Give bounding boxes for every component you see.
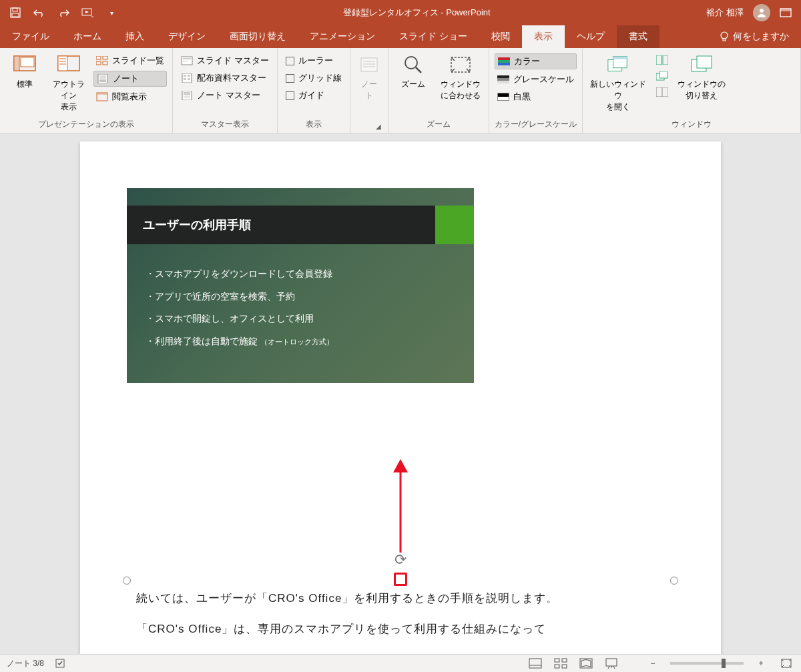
notes-page-button[interactable]: ノート [93,71,167,87]
switch-windows-icon [690,53,713,76]
status-bar: ノート 3/8 − + [0,654,801,672]
tab-view[interactable]: 表示 [522,25,565,48]
move-split-button[interactable] [653,85,671,99]
zoom-out-icon[interactable]: − [645,657,661,670]
redo-icon[interactable] [57,7,69,19]
page-indicator[interactable]: ノート 3/8 [7,658,44,669]
customize-qat-icon[interactable]: ▾ [105,7,117,19]
svg-rect-50 [663,55,668,65]
tab-transitions[interactable]: 画面切り替え [218,25,298,48]
notes-text[interactable]: 続いては、ユーザーが「CRO's Office」を利用するときの手順を説明します… [127,581,674,647]
switch-windows-button[interactable]: ウィンドウの 切り替え [676,51,727,101]
tab-help[interactable]: ヘルプ [565,25,617,48]
notes-master-icon [181,90,193,101]
slide-bullet: アプリで近所の空室を検索、予約 [146,286,455,308]
ribbon-display-options-icon[interactable] [780,8,792,17]
lightbulb-icon [720,31,729,42]
tell-me-search[interactable]: 何をしますか [712,31,801,48]
svg-rect-29 [183,61,188,61]
tab-home[interactable]: ホーム [61,25,113,48]
slide-sorter-view-icon[interactable] [553,657,569,670]
grayscale-swatch-icon [497,75,509,83]
resize-handle-top-icon[interactable] [394,573,407,586]
svg-rect-2 [12,13,19,17]
handout-master-icon [181,73,193,83]
split-icon [656,87,668,97]
dialog-launcher-icon[interactable]: ◢ [376,123,381,130]
spellcheck-icon[interactable] [53,657,69,670]
window-title: 登録型レンタルオフィス - PowerPoint [127,7,706,19]
slide-thumbnail[interactable]: ユーザーの利用手順 スマホアプリをダウンロードして会員登録 アプリで近所の空室を… [127,188,474,383]
title-bar: ▾ 登録型レンタルオフィス - PowerPoint 裕介 相澤 [0,0,801,25]
slide-body: スマホアプリをダウンロードして会員登録 アプリで近所の空室を検索、予約 スマホで… [146,263,455,352]
svg-rect-22 [99,75,106,79]
rotate-handle-icon[interactable]: ⟳ [394,551,407,569]
window-small-buttons [653,51,671,99]
tab-insert[interactable]: 挿入 [113,25,156,48]
svg-rect-11 [21,57,34,67]
resize-handle-icon[interactable] [670,577,678,585]
start-from-beginning-icon[interactable] [81,7,93,19]
reading-view-icon [96,91,108,102]
fit-to-window-icon[interactable] [778,657,794,670]
svg-rect-13 [58,56,67,71]
reading-view-button[interactable]: 閲覧表示 [93,89,167,104]
undo-icon[interactable] [33,7,45,19]
tab-review[interactable]: 校閲 [479,25,522,48]
normal-view-icon [13,53,36,76]
zoom-slider[interactable] [670,662,744,665]
outline-view-icon [57,53,80,76]
ribbon-view: 標準 アウトライン 表示 スライド一覧 ノート 閲覧表示 プレゼンテーションの表… [0,48,801,133]
color-button[interactable]: カラー [495,53,577,69]
zoom-in-icon[interactable]: + [753,657,769,670]
svg-rect-28 [183,58,191,59]
normal-view-icon[interactable] [527,657,543,670]
svg-rect-52 [659,71,668,78]
resize-handle-icon[interactable] [123,577,131,585]
svg-rect-8 [723,39,726,41]
svg-rect-1 [13,8,17,11]
new-window-icon [607,53,629,76]
arrange-icon [656,55,668,65]
handout-master-button[interactable]: 配布資料マスター [178,71,272,85]
notes-pane-button: ノー ト [356,51,382,101]
save-icon[interactable] [9,7,21,19]
reading-view-icon[interactable] [578,657,594,670]
group-label: ズーム [394,117,483,133]
bw-button[interactable]: 白黒 [495,89,577,104]
checkbox-icon [286,91,294,100]
ruler-checkbox[interactable]: ルーラー [283,53,344,68]
fit-window-icon [449,53,472,76]
slideshow-view-icon[interactable] [603,657,619,670]
svg-point-43 [405,57,417,69]
user-avatar-icon[interactable] [753,4,770,21]
svg-point-7 [721,32,728,39]
tab-format[interactable]: 書式 [617,25,659,48]
guides-checkbox[interactable]: ガイド [283,88,344,103]
tab-slideshow[interactable]: スライド ショー [387,25,479,48]
tab-animations[interactable]: アニメーション [298,25,387,48]
svg-rect-65 [562,665,567,668]
tab-file[interactable]: ファイル [0,25,61,48]
tab-design[interactable]: デザイン [156,25,218,48]
notes-master-button[interactable]: ノート マスター [178,88,272,103]
svg-rect-60 [529,659,541,668]
notes-page[interactable]: ユーザーの利用手順 スマホアプリをダウンロードして会員登録 アプリで近所の空室を… [80,141,721,654]
fit-window-button[interactable]: ウィンドウ に合わせる [438,51,483,101]
normal-view-button[interactable]: 標準 [5,51,44,90]
slide-master-button[interactable]: スライド マスター [178,53,272,68]
zoom-slider-thumb[interactable] [722,659,726,668]
svg-line-68 [608,666,609,669]
new-window-button[interactable]: 新しいウィンドウ を開く [588,51,648,113]
zoom-button[interactable]: ズーム [394,51,433,90]
grayscale-button[interactable]: グレースケール [495,72,577,87]
notes-textbox[interactable]: 続いては、ユーザーが「CRO's Office」を利用するときの手順を説明します… [127,581,674,647]
tell-me-label: 何をしますか [733,31,789,43]
outline-view-button[interactable]: アウトライン 表示 [49,51,88,113]
cascade-button[interactable] [653,69,671,83]
gridlines-checkbox[interactable]: グリッド線 [283,71,344,85]
arrange-all-button[interactable] [653,53,671,67]
work-area[interactable]: ユーザーの利用手順 スマホアプリをダウンロードして会員登録 アプリで近所の空室を… [0,133,801,654]
slide-sorter-button[interactable]: スライド一覧 [93,53,167,68]
annotation-arrow-icon [390,459,411,553]
